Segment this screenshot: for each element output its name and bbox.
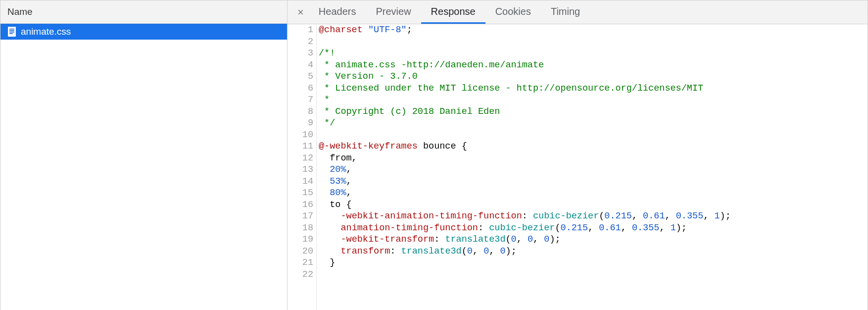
code-line: 80%, [319, 187, 731, 199]
line-number: 18 [292, 222, 313, 234]
line-number: 17 [292, 210, 313, 222]
svg-rect-2 [9, 30, 14, 31]
code-line: from, [319, 153, 731, 164]
code-line [319, 36, 731, 48]
line-gutter: 12345678910111213141516171819202122 [288, 24, 317, 310]
line-number: 22 [292, 269, 313, 281]
code-line: -webkit-animation-timing-function: cubic… [319, 210, 731, 222]
code-line: animation-timing-function: cubic-bezier(… [319, 222, 731, 234]
code-line: 20%, [319, 164, 731, 176]
file-icon [7, 26, 16, 37]
response-panel: × HeadersPreviewResponseCookiesTiming 12… [288, 0, 868, 310]
code-line: * Licensed under the MIT license - http:… [319, 83, 731, 95]
name-column-header[interactable]: Name [0, 0, 287, 24]
line-number: 12 [292, 153, 313, 164]
code-line: * Version - 3.7.0 [319, 71, 731, 83]
code-line: to { [319, 199, 731, 211]
line-number: 19 [292, 234, 313, 246]
code-line: /*! [319, 48, 731, 59]
line-number: 14 [292, 176, 313, 188]
code-line: @charset "UTF-8"; [319, 24, 731, 36]
code-line: transform: translate3d(0, 0, 0); [319, 246, 731, 258]
line-number: 21 [292, 257, 313, 269]
file-name: animate.css [21, 26, 71, 37]
svg-rect-1 [9, 29, 14, 30]
tabs-container: HeadersPreviewResponseCookiesTiming [309, 0, 590, 24]
tab-cookies[interactable]: Cookies [485, 0, 541, 24]
line-number: 20 [292, 246, 313, 258]
file-list: animate.css [0, 24, 287, 310]
tab-response[interactable]: Response [421, 0, 485, 24]
file-row[interactable]: animate.css [0, 24, 287, 40]
line-number: 5 [292, 71, 313, 83]
code-line: -webkit-transform: translate3d(0, 0, 0); [319, 234, 731, 246]
svg-rect-3 [9, 32, 14, 33]
code-line: } [319, 257, 731, 269]
line-number: 6 [292, 83, 313, 95]
code-content[interactable]: @charset "UTF-8"; /*! * animate.css -htt… [317, 24, 731, 310]
line-number: 11 [292, 141, 313, 153]
close-icon[interactable]: × [292, 7, 309, 18]
line-number: 8 [292, 106, 313, 118]
code-line: @-webkit-keyframes bounce { [319, 141, 731, 153]
line-number: 9 [292, 117, 313, 129]
line-number: 16 [292, 199, 313, 211]
code-line [319, 269, 731, 281]
code-line: * Copyright (c) 2018 Daniel Eden [319, 106, 731, 118]
network-file-panel: Name animate.css [0, 0, 288, 310]
code-line: * animate.css -http://daneden.me/animate [319, 59, 731, 71]
line-number: 10 [292, 129, 313, 141]
line-number: 15 [292, 187, 313, 199]
tab-bar: × HeadersPreviewResponseCookiesTiming [288, 0, 868, 24]
line-number: 4 [292, 59, 313, 71]
code-line: 53%, [319, 176, 731, 188]
code-area[interactable]: 12345678910111213141516171819202122 @cha… [288, 24, 868, 310]
line-number: 7 [292, 94, 313, 106]
line-number: 13 [292, 164, 313, 176]
line-number: 1 [292, 24, 313, 36]
line-number: 2 [292, 36, 313, 48]
svg-rect-4 [9, 33, 13, 34]
code-line [319, 129, 731, 141]
code-line: * [319, 94, 731, 106]
tab-headers[interactable]: Headers [309, 0, 366, 24]
code-line: */ [319, 117, 731, 129]
tab-preview[interactable]: Preview [366, 0, 421, 24]
tab-timing[interactable]: Timing [541, 0, 590, 24]
line-number: 3 [292, 48, 313, 59]
